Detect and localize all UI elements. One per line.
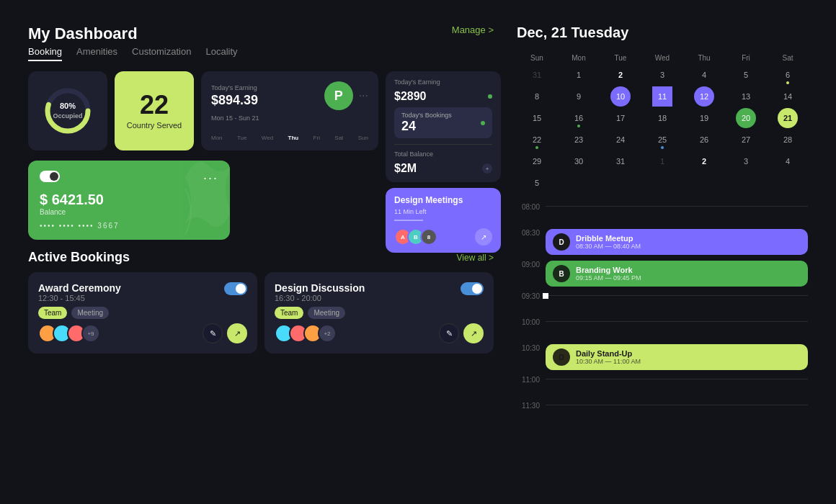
cal-day-6[interactable]: 6 (778, 65, 798, 85)
timeline-row-1130: 11:30 (517, 400, 808, 426)
cal-day-31-prev[interactable]: 31 (527, 65, 547, 85)
country-number: 22 (140, 92, 169, 118)
timeline-row-0930: 09:30 (517, 291, 808, 317)
cal-day-5[interactable]: 5 (736, 65, 756, 85)
time-0800: 08:00 (517, 202, 546, 211)
dashboard-title: My Dashboard (28, 24, 238, 43)
cal-day-25[interactable]: 25 (652, 130, 672, 150)
booking-2-toggle[interactable] (461, 282, 484, 295)
toggle-icon[interactable] (40, 171, 60, 182)
chart-menu[interactable]: ··· (359, 89, 368, 102)
time-1030: 10:30 (517, 343, 546, 352)
tag-team-1: Team (38, 307, 67, 319)
time-0930: 09:30 (517, 291, 546, 300)
cal-day-31[interactable]: 31 (610, 151, 631, 171)
cal-header-mon: Mon (559, 53, 599, 63)
cal-day-19[interactable]: 19 (694, 108, 714, 128)
cal-day-4-next[interactable]: 4 (778, 151, 798, 171)
time-1000: 10:00 (517, 317, 546, 326)
booking-card-2: Design Discussion 16:30 - 20:00 Team Mee… (264, 272, 494, 354)
go-button-2[interactable]: ↗ (463, 323, 484, 343)
cal-day-24[interactable]: 24 (610, 130, 631, 150)
cal-day-1[interactable]: 1 (569, 65, 589, 85)
edit-button-2[interactable]: ✎ (439, 323, 459, 343)
tab-locality[interactable]: Locality (205, 46, 237, 61)
cal-day-22[interactable]: 22 (527, 130, 547, 150)
balance-toggle (40, 171, 60, 182)
booking-1-toggle[interactable] (224, 282, 247, 295)
cal-day-20[interactable]: 20 (736, 108, 756, 128)
cal-day-17[interactable]: 17 (610, 108, 631, 128)
timeline-line-0800 (546, 206, 808, 207)
edit-button-1[interactable]: ✎ (203, 323, 223, 343)
tab-customization[interactable]: Customization (132, 46, 191, 61)
dashboard-header: My Dashboard Booking Amenities Customiza… (28, 24, 494, 61)
tag-meeting-1: Meeting (71, 307, 109, 319)
event-time-branding: 09:15 AM — 09:45 PM (576, 274, 641, 282)
time-0830: 08:30 (517, 228, 546, 237)
cal-day-2[interactable]: 2 (610, 65, 631, 85)
event-dribble-meetup[interactable]: D Dribble Meetup 08:30 AM — 08:40 AM (546, 229, 808, 255)
cal-day-30[interactable]: 30 (569, 151, 589, 171)
timeline-row-0900: 09:00 B Branding Work 09:15 AM — 09:45 P… (517, 259, 808, 291)
go-button-1[interactable]: ↗ (227, 323, 247, 343)
balance-row: ··· $ 6421.50 Balance •••• •••• •••• 366… (28, 161, 494, 240)
event-title-branding: Branding Work (576, 266, 641, 274)
cal-day-4[interactable]: 4 (694, 65, 714, 85)
cal-day-8[interactable]: 8 (527, 86, 547, 107)
tab-amenities[interactable]: Amenities (76, 46, 117, 61)
dot-16 (577, 125, 580, 127)
dot-6 (786, 81, 789, 84)
earning-date: Today's Earning (211, 84, 258, 91)
cal-day-23[interactable]: 23 (569, 130, 589, 150)
tab-booking[interactable]: Booking (28, 46, 62, 61)
view-all-link[interactable]: View all > (457, 253, 494, 263)
cal-day-2-next[interactable]: 2 (694, 151, 714, 171)
cal-header-sat: Sat (768, 53, 808, 63)
timeline-row-0830: 08:30 D Dribble Meetup 08:30 AM — 08:40 … (517, 228, 808, 259)
cal-day-5-next[interactable]: 5 (527, 173, 547, 193)
stats-row: 80% Occupied 22 Country Served Today's E… (28, 71, 494, 150)
cal-day-3-next[interactable]: 3 (736, 151, 756, 171)
time-0900: 09:00 (517, 259, 546, 269)
cal-day-14[interactable]: 14 (778, 86, 798, 107)
cal-day-9[interactable]: 9 (569, 86, 589, 107)
cal-header-thu: Thu (684, 53, 724, 63)
timeline-dot (543, 293, 548, 299)
cal-header-wed: Wed (642, 53, 682, 63)
cal-day-18[interactable]: 18 (652, 108, 672, 128)
cal-day-13[interactable]: 13 (736, 86, 756, 107)
cal-day-27[interactable]: 27 (736, 130, 756, 150)
cal-day-26[interactable]: 26 (694, 130, 714, 150)
event-info-standup: Daily Stand-Up 10:30 AM — 11:00 AM (576, 349, 641, 365)
calendar-title: Dec, 21 Tuesday (517, 24, 808, 41)
cal-day-21[interactable]: 21 (778, 108, 798, 128)
bookings-label: Today's Bookings (401, 112, 452, 119)
event-avatar-d2: D (553, 348, 570, 366)
left-panel: My Dashboard Booking Amenities Customiza… (28, 24, 494, 480)
donut-chart: 80% Occupied (43, 86, 93, 136)
calendar-grid: Sun Mon Tue Wed Thu Fri Sat 31 1 2 3 4 5… (517, 53, 808, 193)
b-avatar-count-1: +9 (81, 324, 100, 343)
todays-earning-value: $2890 (394, 90, 427, 103)
country-label: Country Served (127, 121, 182, 130)
cal-day-3[interactable]: 3 (652, 65, 672, 85)
right-stats-panel: Today's Earning $2890 Today's Bookings 2… (386, 71, 494, 150)
cal-day-10[interactable]: 10 (610, 86, 631, 107)
timeline-row-1030: 10:30 D Daily Stand-Up 10:30 AM — 11:00 … (517, 343, 808, 374)
timeline-line-0930 (546, 295, 808, 296)
cal-day-16[interactable]: 16 (569, 108, 589, 128)
cal-day-12[interactable]: 12 (694, 86, 714, 107)
event-title-dribble: Dribble Meetup (576, 234, 641, 243)
cal-day-29[interactable]: 29 (527, 151, 547, 171)
event-standup[interactable]: D Daily Stand-Up 10:30 AM — 11:00 AM (546, 344, 808, 370)
cal-day-1-next[interactable]: 1 (652, 151, 672, 171)
event-time-standup: 10:30 AM — 11:00 AM (576, 358, 641, 365)
manage-link[interactable]: Manage > (452, 24, 494, 35)
cal-day-15[interactable]: 15 (527, 108, 547, 128)
cal-day-11[interactable]: 11 (652, 86, 672, 107)
cal-day-28[interactable]: 28 (778, 130, 798, 150)
event-branding[interactable]: B Branding Work 09:15 AM — 09:45 PM (546, 261, 808, 287)
booking-1-footer: +9 ✎ ↗ (38, 323, 247, 343)
active-bookings-header: Active Bookings View all > (28, 250, 494, 265)
